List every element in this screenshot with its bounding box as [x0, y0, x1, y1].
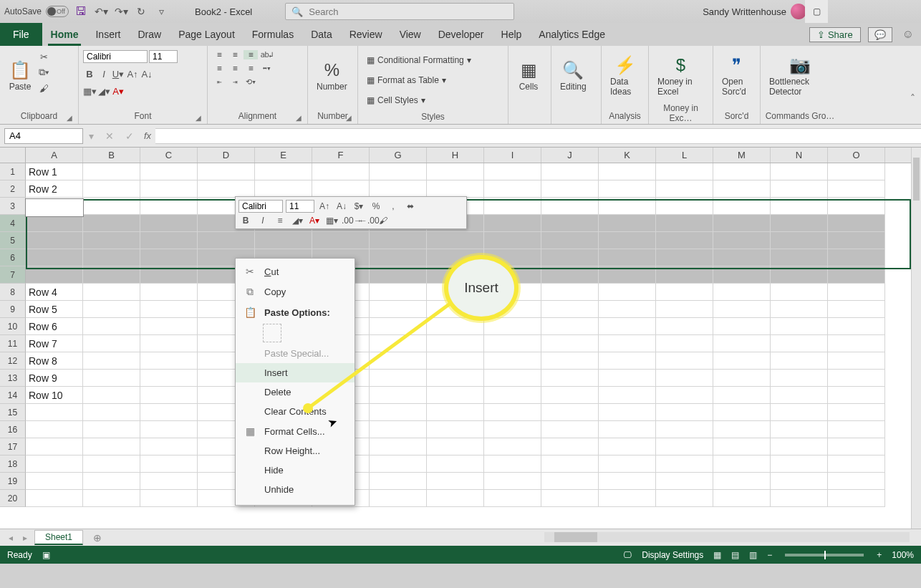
cell[interactable] — [140, 301, 198, 318]
cell[interactable] — [140, 249, 198, 266]
table-row[interactable]: 16 — [0, 421, 921, 438]
cell[interactable] — [599, 490, 656, 507]
cell[interactable] — [370, 352, 427, 370]
cell[interactable] — [599, 215, 656, 232]
cell[interactable] — [771, 335, 828, 352]
cell[interactable] — [83, 318, 140, 335]
cell[interactable] — [83, 232, 140, 249]
align-middle-icon[interactable]: ≡ — [228, 50, 242, 59]
cell[interactable] — [26, 438, 83, 456]
row-header[interactable]: 10 — [0, 318, 26, 335]
cell[interactable] — [255, 232, 312, 249]
ctx-copy[interactable]: ⧉Copy — [236, 281, 355, 302]
tab-analytics-edge[interactable]: Analytics Edge — [530, 23, 614, 46]
cell[interactable] — [599, 284, 656, 301]
cell[interactable] — [83, 180, 140, 198]
cell[interactable] — [599, 370, 656, 387]
increase-indent-icon[interactable]: ⇥ — [228, 77, 242, 87]
column-header[interactable]: K — [599, 148, 656, 163]
cell[interactable] — [771, 301, 828, 318]
column-header[interactable]: A — [26, 148, 83, 163]
cell[interactable] — [541, 232, 599, 249]
cell[interactable] — [713, 370, 771, 387]
column-headers[interactable]: ABCDEFGHIJKLMNO — [0, 148, 921, 163]
row-header[interactable]: 3 — [0, 198, 26, 215]
cell[interactable] — [656, 180, 713, 198]
cell[interactable] — [599, 301, 656, 318]
cell[interactable] — [140, 490, 198, 507]
row-header[interactable]: 14 — [0, 387, 26, 404]
cell[interactable] — [656, 301, 713, 318]
cell-styles-button[interactable]: ▦Cell Styles▾ — [367, 92, 471, 109]
cell[interactable] — [656, 456, 713, 473]
cell[interactable] — [771, 490, 828, 507]
cell[interactable] — [599, 318, 656, 335]
toggle-off-icon[interactable]: Off — [46, 6, 69, 17]
align-left-icon[interactable]: ≡ — [212, 64, 226, 73]
ctx-insert[interactable]: Insert — [236, 363, 355, 382]
cell[interactable] — [140, 352, 198, 370]
column-header[interactable]: E — [255, 148, 312, 163]
cell[interactable] — [140, 370, 198, 387]
launcher-icon[interactable]: ◢ — [196, 114, 201, 122]
cell[interactable] — [828, 421, 885, 438]
open-sorcd-button[interactable]: ❞Open Sorc'd — [718, 49, 756, 103]
row-header[interactable]: 1 — [0, 163, 26, 180]
decrease-font-icon[interactable]: A↓ — [140, 67, 153, 80]
cell[interactable] — [83, 404, 140, 421]
search-input[interactable]: 🔍 Search — [285, 3, 514, 20]
cell[interactable] — [484, 473, 541, 490]
ctx-clear-contents[interactable]: Clear Contents — [236, 402, 355, 421]
cell[interactable] — [26, 249, 83, 266]
row-header[interactable]: 20 — [0, 490, 26, 507]
cell[interactable] — [26, 421, 83, 438]
decrease-indent-icon[interactable]: ⇤ — [212, 77, 226, 87]
cell[interactable] — [599, 456, 656, 473]
cell[interactable] — [599, 473, 656, 490]
tab-data[interactable]: Data — [302, 23, 341, 46]
cell[interactable] — [427, 180, 484, 198]
mini-font-name[interactable]: Calibri — [238, 200, 283, 213]
conditional-formatting-button[interactable]: ▦Conditional Formatting▾ — [367, 52, 471, 69]
cell[interactable] — [713, 438, 771, 456]
cell[interactable] — [484, 404, 541, 421]
cell[interactable] — [828, 352, 885, 370]
cell[interactable] — [828, 404, 885, 421]
cell[interactable] — [370, 370, 427, 387]
cell[interactable]: Row 10 — [26, 387, 83, 404]
cell[interactable] — [713, 456, 771, 473]
cell[interactable] — [140, 404, 198, 421]
zoom-out-icon[interactable]: − — [767, 550, 772, 560]
zoom-in-icon[interactable]: + — [877, 550, 882, 560]
name-box[interactable]: A4 — [4, 128, 83, 144]
cell[interactable]: Row 4 — [26, 284, 83, 301]
cell[interactable] — [427, 370, 484, 387]
cell[interactable] — [713, 404, 771, 421]
mini-font-size[interactable]: 11 — [286, 200, 314, 213]
ctx-cut[interactable]: ✂Cut — [236, 261, 355, 281]
borders-icon[interactable]: ▦▾ — [324, 216, 339, 226]
cell[interactable] — [26, 232, 83, 249]
scroll-thumb[interactable] — [554, 532, 597, 542]
underline-icon[interactable]: U▾ — [112, 67, 125, 80]
cell[interactable] — [427, 232, 484, 249]
scroll-thumb[interactable] — [913, 158, 920, 201]
cell[interactable] — [713, 180, 771, 198]
cell[interactable] — [656, 490, 713, 507]
new-sheet-icon[interactable]: ⊕ — [87, 532, 107, 544]
column-header[interactable]: N — [771, 148, 828, 163]
tab-scroll-right-icon[interactable]: ▸ — [20, 533, 30, 543]
cell[interactable] — [26, 473, 83, 490]
cell[interactable] — [771, 370, 828, 387]
launcher-icon[interactable]: ◢ — [67, 114, 72, 122]
align-center-icon[interactable]: ≡ — [228, 64, 242, 73]
cell[interactable] — [427, 421, 484, 438]
orientation-icon[interactable]: ⟲▾ — [243, 77, 258, 87]
money-in-excel-button[interactable]: $Money in Excel — [653, 49, 708, 103]
cell[interactable] — [140, 421, 198, 438]
align-top-icon[interactable]: ≡ — [212, 50, 226, 59]
cell[interactable] — [83, 387, 140, 404]
cell[interactable] — [140, 335, 198, 352]
cell[interactable] — [427, 438, 484, 456]
cell[interactable] — [771, 438, 828, 456]
